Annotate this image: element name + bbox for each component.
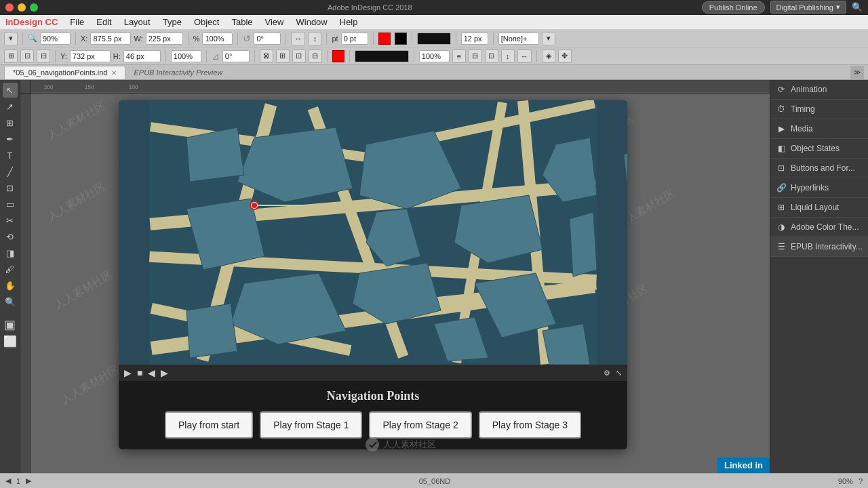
play-from-stage3-button[interactable]: Play from Stage 3	[479, 411, 581, 439]
scissors-tool[interactable]: ✂	[3, 213, 18, 228]
w-value[interactable]	[146, 33, 183, 45]
align-more-btn4[interactable]: ↕	[501, 49, 515, 63]
play-from-stage2-button[interactable]: Play from Stage 2	[369, 411, 471, 439]
fill-stroke-indicator[interactable]: ▣	[3, 317, 18, 332]
extras-btn1[interactable]: ◈	[542, 49, 555, 63]
play-from-start-button[interactable]: Play from start	[165, 411, 253, 439]
minimize-button[interactable]	[18, 3, 26, 12]
svg-text:200: 200	[44, 84, 54, 90]
menu-table[interactable]: Table	[226, 16, 258, 28]
panel-hyperlinks[interactable]: 🔗 Hyperlinks	[770, 178, 868, 198]
style-selector[interactable]: ▾	[542, 32, 555, 45]
zoom-button[interactable]	[30, 3, 38, 12]
flip-v-button[interactable]: ↕	[308, 32, 321, 45]
x-value[interactable]	[90, 33, 131, 45]
line-tool[interactable]: ╱	[3, 164, 18, 179]
rectangle-frame-tool[interactable]: ⊡	[3, 180, 18, 195]
menu-edit[interactable]: Edit	[91, 16, 117, 28]
tool-selector[interactable]: ▾	[4, 32, 18, 45]
zoom-input[interactable]	[40, 33, 71, 45]
close-tab-icon[interactable]: ✕	[111, 69, 117, 77]
pct2-input[interactable]	[171, 50, 201, 62]
align-more-btn2[interactable]: ⊟	[469, 49, 482, 63]
panel-adobe-color[interactable]: ◑ Adobe Color The...	[770, 218, 868, 237]
menu-object[interactable]: Object	[189, 16, 225, 28]
align-btn3[interactable]: ⊟	[37, 49, 50, 63]
dist-btn1[interactable]: ⊠	[260, 49, 273, 63]
panel-timing[interactable]: ⏱ Timing	[770, 100, 868, 119]
stroke-width-input[interactable]	[417, 33, 451, 45]
stop-button[interactable]: ■	[137, 367, 142, 378]
panel-buttons-forms[interactable]: ⊡ Buttons and For...	[770, 159, 868, 178]
pt2-input[interactable]	[461, 33, 488, 45]
zoom-tool-left[interactable]: 🔍	[3, 294, 18, 309]
fill-color2[interactable]	[332, 50, 344, 62]
stroke-input2[interactable]	[355, 50, 409, 62]
extras-btn2[interactable]: ✥	[558, 49, 572, 63]
doc-tab[interactable]: *05_06_navigationPoints.ind ✕	[4, 66, 125, 79]
separator	[165, 50, 166, 62]
settings-icon[interactable]: ⚙	[604, 369, 610, 378]
hand-tool[interactable]: ✋	[3, 278, 18, 293]
dist-btn2[interactable]: ⊞	[276, 49, 290, 63]
type-tool[interactable]: T	[3, 148, 18, 163]
eyedropper-tool[interactable]: 🖋	[3, 262, 18, 277]
canvas-content[interactable]: 人人素材社区 人人素材社区 人人素材社区 人人素材社区 人人素材社区 人人素材社…	[31, 94, 770, 473]
separator	[237, 33, 238, 45]
style-input[interactable]	[498, 33, 539, 45]
w-label: W:	[134, 35, 142, 43]
direct-selection-tool[interactable]: ↗	[3, 99, 18, 114]
panel-liquid-layout[interactable]: ⊞ Liquid Layout	[770, 198, 868, 218]
right-panel: ⟳ Animation ⏱ Timing ▶ Media ◧ Object St…	[770, 80, 868, 473]
next-button[interactable]: ▶	[161, 367, 168, 378]
panel-options[interactable]: ≫	[850, 66, 864, 79]
brand-watermark: 人人素材社区	[364, 436, 436, 453]
prev-button[interactable]: ◀	[148, 367, 155, 378]
selection-tool[interactable]: ↖	[3, 83, 18, 98]
preview-mode[interactable]: ⬜	[3, 333, 18, 348]
play-button[interactable]: ▶	[124, 367, 132, 378]
menu-view[interactable]: View	[260, 16, 290, 28]
pct3-input[interactable]	[419, 50, 450, 62]
h-value[interactable]	[123, 50, 161, 62]
panel-epub-interactivity[interactable]: ☰ EPUB Interactivity...	[770, 237, 868, 257]
rotation-input[interactable]	[254, 33, 281, 45]
shear-input[interactable]	[222, 50, 250, 62]
menu-layout[interactable]: Layout	[119, 16, 156, 28]
help-icon[interactable]: ?	[859, 477, 863, 485]
pen-tool[interactable]: ✒	[3, 131, 18, 146]
publish-online-button[interactable]: Publish Online	[702, 1, 765, 14]
align-more-btn5[interactable]: ↔	[517, 49, 532, 63]
flip-h-button[interactable]: ↔	[291, 32, 305, 45]
align-more-btn1[interactable]: ≡	[452, 49, 466, 63]
menu-type[interactable]: Type	[157, 16, 187, 28]
align-btn2[interactable]: ⊡	[20, 49, 34, 63]
pt-label: pt	[332, 35, 338, 43]
menu-window[interactable]: Window	[291, 16, 333, 28]
dist-btn4[interactable]: ⊟	[309, 49, 322, 63]
menu-help[interactable]: Help	[334, 16, 363, 28]
expand-icon[interactable]: ⤡	[616, 369, 622, 378]
gradient-tool[interactable]: ◨	[3, 245, 18, 260]
stroke-color[interactable]	[395, 33, 407, 45]
search-icon[interactable]: 🔍	[852, 2, 863, 12]
timing-icon: ⏱	[776, 104, 787, 115]
pt-input[interactable]	[341, 33, 368, 45]
digital-publishing-button[interactable]: Digital Publishing ▾	[770, 1, 846, 14]
fill-color[interactable]	[378, 33, 391, 45]
free-transform-tool[interactable]: ⟲	[3, 229, 18, 244]
pct1-input[interactable]	[202, 33, 233, 45]
panel-animation[interactable]: ⟳ Animation	[770, 80, 868, 100]
close-button[interactable]	[5, 3, 14, 12]
panel-media[interactable]: ▶ Media	[770, 119, 868, 139]
dist-btn3[interactable]: ⊡	[292, 49, 306, 63]
rectangle-tool[interactable]: ▭	[3, 197, 18, 211]
y-value[interactable]	[70, 50, 111, 62]
play-from-stage1-button[interactable]: Play from Stage 1	[260, 411, 362, 439]
gap-tool[interactable]: ⊞	[3, 115, 18, 130]
panel-object-states[interactable]: ◧ Object States	[770, 139, 868, 159]
menu-file[interactable]: File	[64, 16, 90, 28]
align-more-btn3[interactable]: ⊡	[485, 49, 498, 63]
align-btn1[interactable]: ⊞	[4, 49, 18, 63]
separator	[326, 33, 327, 45]
